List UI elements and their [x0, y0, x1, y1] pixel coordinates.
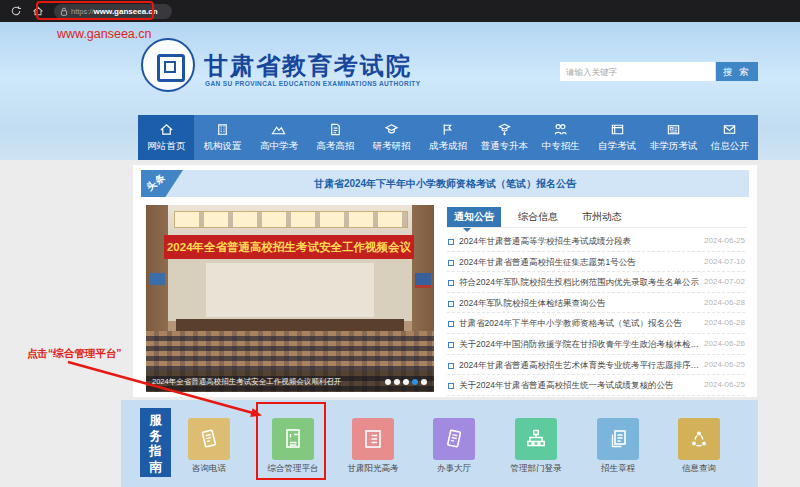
refresh-icon[interactable]	[10, 5, 22, 17]
service-label-consult-phone[interactable]: 咨询电话	[167, 463, 251, 475]
news-item[interactable]: 2024年甘肃省普通高校招生征集志愿第1号公告2024-07-10	[447, 252, 745, 273]
nav-item-adult-exam[interactable]: 成考成招	[420, 115, 476, 160]
nav-item-upgrade[interactable]: 普通专升本	[476, 115, 532, 160]
bullet-icon	[448, 280, 454, 286]
news-item[interactable]: 关于2024年中国消防救援学院在甘招收青年学生政治考核体检心理测试面试2024-…	[447, 334, 745, 355]
site-subtitle: GAN SU PROVINCAL EDUCATION EXAMINATIONS …	[205, 80, 420, 87]
id-card-icon	[666, 122, 681, 137]
news-item-title[interactable]: 符合2024年军队院校招生投档比例范围内优先录取考生名单公示	[459, 273, 699, 293]
tab-notices[interactable]: 通知公告	[447, 207, 501, 227]
news-item-title[interactable]: 2024年甘肃省普通高校招生征集志愿第1号公告	[459, 253, 636, 273]
news-item[interactable]: 2024年甘肃普通高等学校招生考试成绩分段表2024-06-25	[447, 231, 745, 252]
nav-item-gaokao[interactable]: 高考高招	[307, 115, 363, 160]
annotation-arrow-icon	[60, 352, 270, 427]
bullet-icon	[448, 239, 454, 245]
news-item[interactable]: 符合2024年军队院校招生投档比例范围内优先录取考生名单公示2024-07-02	[447, 272, 745, 293]
carousel-dot[interactable]	[421, 379, 427, 385]
news-item-title[interactable]: 2024年甘肃普通高等学校招生考试成绩分段表	[459, 232, 631, 252]
list-icon	[361, 427, 385, 451]
nav-label: 信息公开	[711, 140, 749, 153]
service-label-enrollment-rules[interactable]: 招生章程	[576, 463, 660, 475]
carousel-dot[interactable]	[403, 379, 409, 385]
service-label-info-query[interactable]: 信息查询	[657, 463, 741, 475]
mountain-icon	[271, 122, 286, 137]
nav-item-info-disclosure[interactable]: 信息公开	[702, 115, 758, 160]
carousel-dot[interactable]	[385, 379, 391, 385]
news-item[interactable]: 甘肃省2024年下半年中小学教师资格考试（笔试）报名公告2024-06-28	[447, 313, 745, 334]
nav-item-highschool-exam[interactable]: 高中学考	[251, 115, 307, 160]
site-logo	[141, 38, 195, 92]
tab-general-info[interactable]: 综合信息	[511, 207, 565, 227]
news-item-title[interactable]: 2024年甘肃省普通高校招生艺术体育类专业统考平行志愿排序成绩查询公告	[459, 356, 704, 376]
news-item-date: 2024-06-26	[704, 334, 745, 354]
news-item-date: 2024-07-10	[704, 252, 745, 272]
service-label-admin-login[interactable]: 管理部门登录	[494, 463, 578, 475]
news-item-date: 2024-07-02	[704, 272, 745, 292]
news-item-title[interactable]: 关于2024年中国消防救援学院在甘招收青年学生政治考核体检心理测试面试	[459, 335, 704, 355]
service-label-sunshine-gaokao[interactable]: 甘肃阳光高考	[331, 463, 415, 475]
photo-conference-banner: 2024年全省普通高校招生考试安全工作视频会议	[164, 235, 414, 259]
photo-left-tv	[149, 273, 165, 285]
search-button[interactable]: 搜 索	[716, 62, 758, 81]
service-tile-admin-login[interactable]	[515, 418, 557, 460]
nav-item-postgrad[interactable]: 研考研招	[363, 115, 419, 160]
home-icon	[159, 122, 174, 137]
annotation-url-highlight-box	[36, 1, 154, 20]
annotation-tile-highlight-box	[256, 402, 326, 480]
nav-item-home[interactable]: 网站首页	[138, 115, 194, 160]
news-item[interactable]: 2024年军队院校招生体检结果查询公告2024-06-28	[447, 293, 745, 314]
nav-label: 非学历考试	[650, 140, 698, 153]
service-tile-enrollment-rules[interactable]	[597, 418, 639, 460]
building-icon	[215, 122, 230, 137]
bullet-icon	[448, 260, 454, 266]
annotation-url-note: www.ganseea.cn	[57, 27, 152, 41]
service-label-service-hall[interactable]: 办事大厅	[412, 463, 496, 475]
page-root: https://www.ganseea.cn 甘肃省教育考试院 GAN SU P…	[0, 0, 800, 487]
nav-item-nondegree[interactable]: 非学历考试	[645, 115, 701, 160]
upgrade-icon	[497, 122, 512, 137]
bullet-icon	[448, 342, 454, 348]
tab-city-news[interactable]: 市州动态	[575, 207, 629, 227]
carousel-dot[interactable]	[394, 379, 400, 385]
nav-label: 高中学考	[260, 140, 298, 153]
photo-right-tv	[415, 273, 431, 288]
news-item-date: 2024-06-25	[704, 231, 745, 251]
nav-label: 网站首页	[147, 140, 185, 153]
nav-label: 机构设置	[204, 140, 242, 153]
service-tile-info-query[interactable]	[678, 418, 720, 460]
nav-label: 研考研招	[373, 140, 411, 153]
news-item[interactable]: 2024年甘肃省普通高校招生艺术体育类专业统考平行志愿排序成绩查询公告2024-…	[447, 355, 745, 376]
photo-ceiling-lights	[174, 211, 408, 228]
photo-stage-screen	[206, 263, 374, 317]
bullet-icon	[448, 383, 454, 389]
service-tile-service-hall[interactable]	[433, 418, 475, 460]
mail-icon	[722, 122, 737, 137]
headline-banner[interactable]: 甘肃省2024年下半年中小学教师资格考试（笔试）报名公告 头条	[141, 170, 749, 197]
carousel-dot-active[interactable]	[412, 379, 418, 385]
bullet-icon	[448, 301, 454, 307]
news-item-date: 2024-06-28	[704, 313, 745, 333]
news-item[interactable]: 关于2024年甘肃省普通高校招生统一考试成绩复核的公告2024-06-25	[447, 375, 745, 396]
nav-item-self-study[interactable]: 自学考试	[589, 115, 645, 160]
news-item-title[interactable]: 2024年军队院校招生体检结果查询公告	[459, 294, 605, 314]
phone-doc-icon	[197, 427, 221, 451]
news-tabs: 通知公告 综合信息 市州动态	[447, 207, 747, 228]
nav-item-secondary[interactable]: 中专招生	[533, 115, 589, 160]
logo-emblem-inner	[164, 61, 176, 73]
photo-head-table	[176, 319, 404, 331]
carousel-dots	[385, 379, 427, 385]
search-input[interactable]	[560, 62, 715, 81]
site-title: 甘肃省教育考试院	[204, 50, 412, 82]
flag-icon	[440, 122, 455, 137]
book-icon	[610, 122, 625, 137]
news-item-title[interactable]: 关于2024年甘肃省普通高校招生统一考试成绩复核的公告	[459, 376, 673, 396]
service-tile-sunshine-gaokao[interactable]	[352, 418, 394, 460]
nav-item-orgs[interactable]: 机构设置	[194, 115, 250, 160]
share-icon	[687, 427, 711, 451]
news-item-title[interactable]: 甘肃省2024年下半年中小学教师资格考试（笔试）报名公告	[459, 314, 682, 334]
news-list: 2024年甘肃普通高等学校招生考试成绩分段表2024-06-25 2024年甘肃…	[447, 231, 745, 396]
users-icon	[553, 122, 568, 137]
document-icon	[328, 122, 343, 137]
news-item-date: 2024-06-25	[704, 355, 745, 375]
headline-title[interactable]: 甘肃省2024年下半年中小学教师资格考试（笔试）报名公告	[141, 170, 749, 197]
